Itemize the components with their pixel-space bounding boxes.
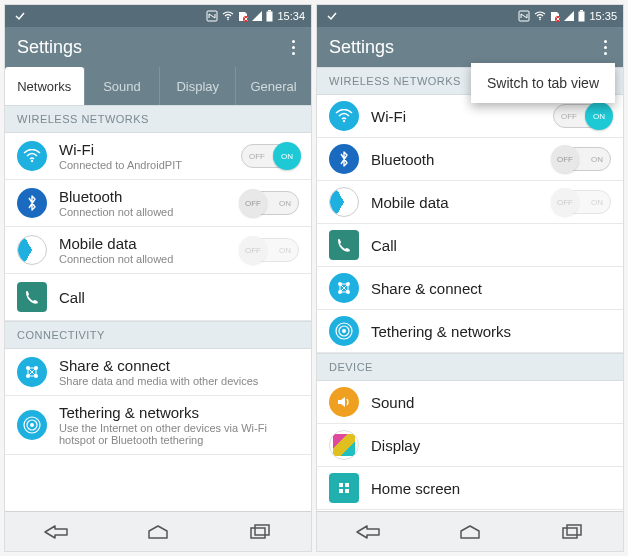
clock-text: 15:35 <box>589 10 617 22</box>
tether-icon <box>329 316 359 346</box>
battery-icon <box>266 10 273 22</box>
nav-bar <box>5 511 311 551</box>
svg-rect-19 <box>579 12 585 22</box>
display-icon <box>329 430 359 460</box>
wifi-toggle[interactable]: OFFON ON <box>553 104 611 128</box>
mobile-data-icon <box>17 235 47 265</box>
clock-text: 15:34 <box>277 10 305 22</box>
tab-networks[interactable]: Networks <box>5 67 84 105</box>
toggle-knob: OFF <box>551 145 579 173</box>
row-call[interactable]: Call <box>5 274 311 321</box>
bt-toggle[interactable]: OFFON OFF <box>553 147 611 171</box>
signal-icon <box>564 11 574 21</box>
status-bar: 15:35 <box>317 5 623 27</box>
row-tethering[interactable]: Tethering & networks <box>317 310 623 353</box>
svg-rect-28 <box>339 483 343 487</box>
row-wifi[interactable]: Wi-Fi Connected to AndroidPIT OFFON ON <box>5 133 311 180</box>
row-call[interactable]: Call <box>317 224 623 267</box>
display-title: Display <box>371 437 611 454</box>
row-share-connect[interactable]: Share & connect Share data and media wit… <box>5 349 311 396</box>
header-title: Settings <box>329 37 394 58</box>
svg-point-25 <box>342 329 346 333</box>
tab-sound[interactable]: Sound <box>84 67 160 105</box>
nav-home-icon[interactable] <box>445 520 495 544</box>
mobile-toggle[interactable]: OFFON OFF <box>241 238 299 262</box>
sound-title: Sound <box>371 394 611 411</box>
bt-title: Bluetooth <box>59 188 229 205</box>
overflow-menu-icon[interactable] <box>600 36 611 59</box>
tab-general[interactable]: General <box>235 67 311 105</box>
wifi-toggle[interactable]: OFFON ON <box>241 144 299 168</box>
row-display[interactable]: Display <box>317 424 623 467</box>
svg-point-20 <box>343 120 345 122</box>
mobile-title: Mobile data <box>59 235 229 252</box>
bluetooth-icon <box>17 188 47 218</box>
header-title: Settings <box>17 37 82 58</box>
nav-back-icon[interactable] <box>31 520 81 544</box>
mobile-data-icon <box>329 187 359 217</box>
tether-subtitle: Use the Internet on other devices via Wi… <box>59 422 299 446</box>
signal-icon <box>252 11 262 21</box>
share-icon <box>17 357 47 387</box>
toggle-knob: ON <box>273 142 301 170</box>
row-bluetooth[interactable]: Bluetooth Connection not allowed OFFON O… <box>5 180 311 227</box>
row-mobile-data[interactable]: Mobile data OFFON OFF <box>317 181 623 224</box>
svg-rect-3 <box>268 10 271 12</box>
toggle-knob: OFF <box>239 189 267 217</box>
row-bluetooth[interactable]: Bluetooth OFFON OFF <box>317 138 623 181</box>
share-title: Share & connect <box>371 280 611 297</box>
overflow-menu-popup: Switch to tab view <box>471 63 615 103</box>
mobile-subtitle: Connection not allowed <box>59 253 229 265</box>
row-text: Wi-Fi Connected to AndroidPIT <box>59 141 229 171</box>
wifi-title: Wi-Fi <box>59 141 229 158</box>
toggle-knob: OFF <box>551 188 579 216</box>
toggle-knob: OFF <box>239 236 267 264</box>
row-text: Bluetooth Connection not allowed <box>59 188 229 218</box>
svg-point-16 <box>540 19 542 21</box>
menu-switch-tab[interactable]: Switch to tab view <box>487 75 599 91</box>
call-icon <box>17 282 47 312</box>
svg-rect-13 <box>251 528 265 538</box>
call-icon <box>329 230 359 260</box>
status-bar: 15:34 <box>5 5 311 27</box>
nav-recent-icon[interactable] <box>235 520 285 544</box>
svg-point-5 <box>31 160 33 162</box>
nav-back-icon[interactable] <box>343 520 393 544</box>
row-text: Tethering & networks Use the Internet on… <box>59 404 299 446</box>
nav-home-icon[interactable] <box>133 520 183 544</box>
toggle-knob: ON <box>585 102 613 130</box>
sim-error-icon <box>238 10 248 22</box>
wifi-icon <box>534 11 546 21</box>
svg-rect-18 <box>580 10 583 12</box>
tab-display[interactable]: Display <box>159 67 235 105</box>
sound-icon <box>329 387 359 417</box>
call-title: Call <box>59 289 299 306</box>
row-share-connect[interactable]: Share & connect <box>317 267 623 310</box>
row-home-screen[interactable]: Home screen <box>317 467 623 510</box>
home-title: Home screen <box>371 480 611 497</box>
sim-error-icon <box>550 10 560 22</box>
nfc-icon <box>518 10 530 22</box>
mobile-title: Mobile data <box>371 194 541 211</box>
row-tethering[interactable]: Tethering & networks Use the Internet on… <box>5 396 311 455</box>
svg-rect-31 <box>345 489 349 493</box>
section-device: DEVICE <box>317 353 623 381</box>
settings-list: WIRELESS NETWORKS Wi-Fi OFFON ON Bluetoo… <box>317 67 623 511</box>
phone-left: 15:34 Settings Networks Sound Display Ge… <box>4 4 312 552</box>
bt-toggle[interactable]: OFFON OFF <box>241 191 299 215</box>
row-text: Share & connect Share data and media wit… <box>59 357 299 387</box>
overflow-menu-icon[interactable] <box>288 36 299 59</box>
row-mobile-data[interactable]: Mobile data Connection not allowed OFFON… <box>5 227 311 274</box>
check-icon <box>327 11 337 21</box>
wifi-icon <box>222 11 234 21</box>
row-sound[interactable]: Sound <box>317 381 623 424</box>
phone-right: 15:35 Settings Switch to tab view WIRELE… <box>316 4 624 552</box>
wifi-icon <box>329 101 359 131</box>
svg-point-10 <box>30 423 34 427</box>
svg-rect-34 <box>567 525 581 535</box>
share-icon <box>329 273 359 303</box>
mobile-toggle[interactable]: OFFON OFF <box>553 190 611 214</box>
row-text: Call <box>59 289 299 306</box>
nfc-icon <box>206 10 218 22</box>
nav-recent-icon[interactable] <box>547 520 597 544</box>
